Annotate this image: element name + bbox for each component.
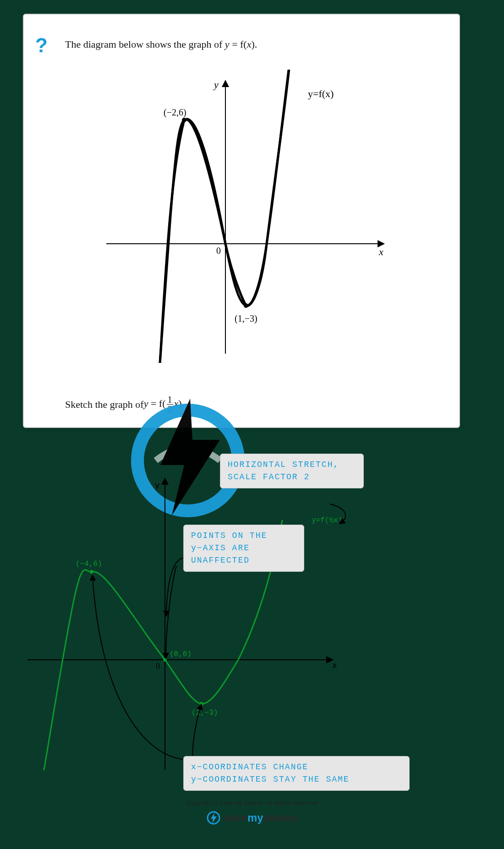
fhalfx-title: y=f(½x) [312, 516, 342, 525]
question-eq: y = f(x). [225, 38, 257, 50]
bolt-icon [207, 811, 220, 825]
label-min: (1,−3) [235, 313, 257, 324]
point-origin-2 [163, 658, 167, 662]
label-max-2: (−4,6) [76, 560, 102, 568]
anno2-line2: y−AXIS ARE [191, 542, 296, 554]
y-axis-label-2: y [155, 481, 160, 490]
label-origin-2: (0,0) [170, 650, 192, 658]
origin-label-2: 0 [156, 662, 160, 671]
annotation-box-3: x−COORDINATES CHANGE y−COORDINATES STAY … [183, 756, 410, 791]
label-max: (−2,6) [164, 107, 186, 118]
brand-logo: savemyexams [207, 811, 298, 825]
point-max [182, 118, 186, 122]
x-axis-label-2: x [332, 661, 337, 670]
brand-save: save [223, 811, 247, 824]
question-intro: The diagram below shows the graph of [65, 38, 225, 50]
brand-exams: exams [263, 811, 298, 824]
anno2-line1: POINTS ON THE [191, 530, 296, 542]
solution-graph: (−4,6) (0,0) (2,−3) 0 x y y=f(½x) [27, 477, 394, 779]
x-axis-label: x [378, 246, 383, 257]
label-min-2: (2,−3) [192, 709, 218, 717]
brand-my: my [247, 811, 263, 824]
solution-graph-wrap: (−4,6) (0,0) (2,−3) 0 x y y=f(½x) [27, 477, 394, 779]
question-card: ? The diagram below shows the graph of y… [23, 14, 460, 428]
arrow-to-yaxis [166, 558, 183, 614]
anno3-line1: x−COORDINATES CHANGE [191, 761, 402, 773]
point-min-2 [200, 702, 203, 706]
question-mark-icon: ? [35, 34, 48, 57]
original-graph: (−2,6) (1,−3) 0 x y y=f(x) [88, 70, 400, 363]
point-max-2 [90, 570, 93, 574]
anno3-line2: y−COORDINATES STAY THE SAME [191, 773, 402, 786]
point-min [244, 303, 248, 308]
y-axis-label: y [213, 79, 219, 90]
anno1-line2: SCALE FACTOR 2 [228, 471, 356, 483]
annotation-box-2: POINTS ON THE y−AXIS ARE UNAFFECTED [183, 525, 304, 572]
annotation-box-1: HORIZONTAL STRETCH, SCALE FACTOR 2 [220, 454, 364, 488]
fx-title: y=f(x) [308, 88, 334, 99]
arrow-to-origin [166, 566, 176, 656]
brand-row: savemyexams [0, 811, 504, 827]
anno1-line1: HORIZONTAL STRETCH, [228, 459, 356, 471]
question-text: The diagram below shows the graph of y =… [65, 38, 257, 50]
origin-label: 0 [216, 246, 221, 256]
anno2-line3: UNAFFECTED [191, 554, 296, 567]
copyright-text: Copyright © Save My Exams. All Rights Re… [0, 800, 504, 806]
